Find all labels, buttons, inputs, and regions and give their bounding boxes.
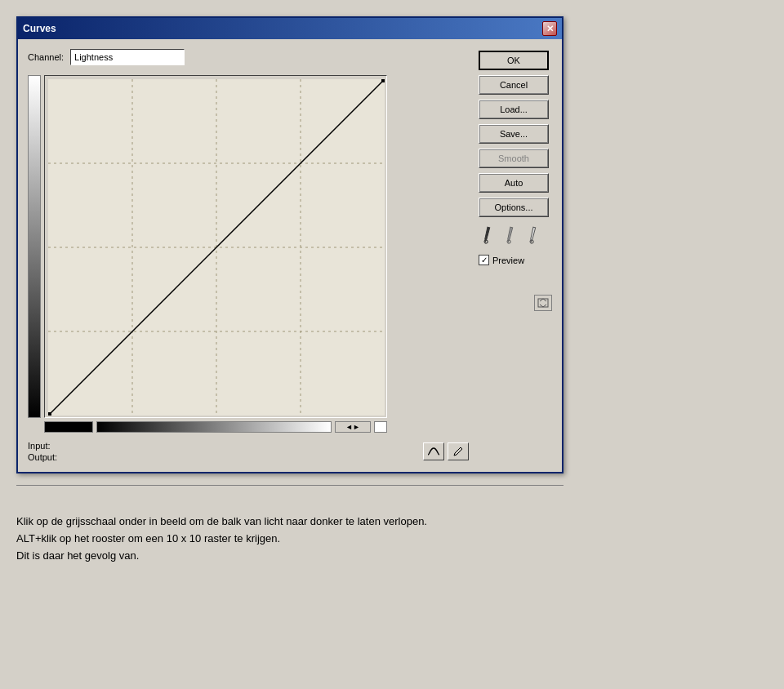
left-panel: Channel: Lightness Red Green Blue — [28, 49, 469, 462]
title-bar: Curves ✕ — [18, 18, 562, 39]
h-gradient-light — [374, 421, 387, 433]
save-button[interactable]: Save... — [479, 124, 549, 144]
eyedropper-row — [479, 225, 552, 245]
curve-icon — [426, 446, 441, 457]
h-gradient-dark — [44, 421, 93, 433]
svg-point-2 — [506, 239, 510, 243]
pencil-icon — [452, 446, 464, 457]
svg-line-0 — [461, 447, 462, 449]
eyedropper-gray-icon[interactable] — [498, 222, 525, 249]
curves-canvas-wrapper[interactable] — [44, 75, 387, 418]
bottom-text: Klik op de grijsschaal onder in beeld om… — [16, 513, 427, 564]
svg-point-3 — [529, 239, 533, 243]
io-row: Input: Output: — [28, 441, 469, 462]
channel-label: Channel: — [28, 52, 64, 62]
curve-tools — [423, 442, 469, 460]
curves-dialog: Curves ✕ Channel: Lightness Red Green Bl… — [16, 16, 564, 473]
curves-graph-area: ◄► — [44, 75, 387, 433]
bottom-line3: Dit is daar het gevolg van. — [16, 548, 427, 565]
eyedropper-white-icon[interactable] — [521, 222, 548, 249]
bottom-line2: ALT+klik op het rooster om een 10 x 10 r… — [16, 531, 427, 548]
ok-button[interactable]: OK — [479, 51, 549, 70]
io-labels: Input: Output: — [28, 441, 57, 462]
input-label: Input: — [28, 441, 57, 451]
curves-canvas[interactable] — [48, 79, 385, 416]
window-title: Curves — [23, 23, 56, 34]
channel-dropdown[interactable]: Lightness Red Green Blue — [74, 52, 180, 62]
curve-tool-button[interactable] — [423, 442, 444, 460]
expand-arrows-icon — [537, 298, 549, 308]
close-button[interactable]: ✕ — [542, 21, 557, 36]
bottom-line1: Klik op de grijsschaal onder in beeld om… — [16, 513, 427, 531]
right-panel: OK Cancel Load... Save... Smooth Auto Op… — [479, 49, 552, 462]
cancel-button[interactable]: Cancel — [479, 75, 549, 95]
vertical-gradient — [28, 75, 41, 418]
preview-label: Preview — [492, 256, 524, 265]
h-gradient-container: ◄► — [44, 421, 387, 433]
svg-rect-4 — [538, 299, 548, 307]
preview-checkbox[interactable]: ✓ — [479, 255, 489, 265]
load-button[interactable]: Load... — [479, 100, 549, 119]
separator — [16, 485, 564, 486]
eyedropper-black-icon[interactable] — [475, 222, 502, 249]
output-label: Output: — [28, 452, 57, 462]
expand-icon[interactable] — [534, 295, 552, 311]
scrollbar-thumb[interactable]: ◄► — [335, 421, 371, 433]
h-gradient-bar — [96, 421, 332, 433]
preview-row: ✓ Preview — [479, 255, 552, 265]
pencil-tool-button[interactable] — [448, 442, 469, 460]
preview-checkbox-label[interactable]: ✓ Preview — [479, 255, 524, 265]
smooth-button[interactable]: Smooth — [479, 149, 549, 168]
curves-inner — [48, 79, 383, 414]
svg-point-1 — [483, 239, 488, 243]
options-button[interactable]: Options... — [479, 198, 549, 217]
auto-button[interactable]: Auto — [479, 173, 549, 193]
channel-row: Channel: Lightness Red Green Blue — [28, 49, 469, 65]
channel-select[interactable]: Lightness Red Green Blue — [70, 49, 185, 65]
expand-row — [479, 295, 552, 311]
curves-area: ◄► — [28, 75, 469, 433]
